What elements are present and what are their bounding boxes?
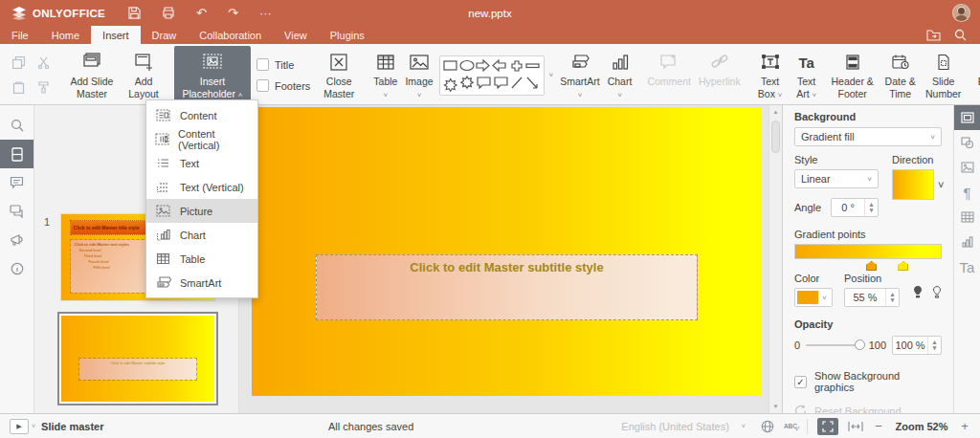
menu-item-smartart[interactable]: SmartArt xyxy=(146,271,257,295)
close-master-button[interactable]: Close Master xyxy=(316,46,362,104)
footers-checkbox-box[interactable] xyxy=(256,79,269,92)
title-checkbox-box[interactable] xyxy=(256,58,269,71)
search-icon[interactable] xyxy=(954,29,967,41)
show-background-graphics-checkbox[interactable]: ✓ Show Background graphics xyxy=(794,370,942,393)
add-layout-button[interactable]: Add Layout xyxy=(121,46,167,104)
print-icon[interactable] xyxy=(162,7,175,19)
caret-down-icon[interactable]: ˅ xyxy=(938,179,944,190)
opacity-slider-handle[interactable] xyxy=(855,339,865,350)
status-bar: ▶ ˅ Slide master All changes saved Engli… xyxy=(0,413,980,438)
menu-item-content[interactable]: Content xyxy=(146,103,257,127)
textart-settings-icon[interactable]: Ta xyxy=(954,254,980,279)
tab-insert[interactable]: Insert xyxy=(91,26,141,44)
zoom-in-button[interactable]: + xyxy=(959,419,970,433)
footers-checkbox[interactable]: Footers xyxy=(256,79,310,92)
tab-view[interactable]: View xyxy=(273,26,319,44)
format-painter-icon[interactable] xyxy=(34,79,52,97)
sidebar-comments-icon[interactable] xyxy=(0,168,33,197)
insert-placeholder-icon xyxy=(202,51,223,74)
position-spinner[interactable]: 55 % ▴▾ xyxy=(844,288,900,307)
subtitle-placeholder[interactable]: Click to edit Master subtitle style xyxy=(316,254,699,320)
menu-item-table[interactable]: Table xyxy=(146,247,257,271)
checkbox-checked[interactable]: ✓ xyxy=(794,376,807,388)
tab-plugins[interactable]: Plugins xyxy=(319,26,376,44)
copy-icon[interactable] xyxy=(10,55,27,72)
menu-item-chart[interactable]: Chart xyxy=(146,223,257,247)
add-slide-master-button[interactable]: Add Slide Master xyxy=(63,46,121,104)
tab-draw[interactable]: Draw xyxy=(141,26,189,44)
gradient-direction-preview[interactable] xyxy=(892,169,934,200)
gradient-stop-orange[interactable] xyxy=(866,261,877,271)
thumbnail-layout-selected[interactable]: Click to edit Master subtitle style xyxy=(57,312,218,405)
menu-item-text[interactable]: Text xyxy=(146,151,257,175)
slide-number-button[interactable]: Slide Number xyxy=(921,46,967,104)
set-language-globe-icon[interactable] xyxy=(761,420,774,433)
header-footer-button[interactable]: Header & Footer xyxy=(825,46,880,104)
opacity-slider[interactable] xyxy=(806,344,863,346)
shapes-more-icon[interactable]: ˅ xyxy=(546,71,557,79)
smartart-button[interactable]: SmartArt ˅ xyxy=(556,46,603,104)
angle-label: Angle xyxy=(794,202,821,213)
fit-to-slide-button[interactable] xyxy=(817,418,838,435)
tab-file[interactable]: File xyxy=(0,26,40,44)
slideshow-options-icon[interactable]: ˅ xyxy=(32,423,35,429)
image-button[interactable]: Image ˅ xyxy=(401,46,436,104)
menu-item-picture[interactable]: Picture xyxy=(146,199,257,223)
sidebar-search-icon[interactable] xyxy=(0,111,33,140)
sidebar-about-icon[interactable] xyxy=(0,254,33,283)
spellcheck-icon[interactable]: ABC✓ xyxy=(784,423,797,429)
start-slideshow-button[interactable]: ▶ xyxy=(10,419,29,434)
shape-settings-icon[interactable] xyxy=(954,130,980,155)
fill-type-select[interactable]: Gradient fill ˅ xyxy=(794,127,942,146)
tab-home[interactable]: Home xyxy=(40,26,91,44)
menu-item-text-vertical[interactable]: Text (Vertical) xyxy=(146,175,257,199)
sidebar-slides-panel-icon[interactable] xyxy=(0,140,33,168)
scroll-up-icon[interactable]: ▲ xyxy=(769,105,782,119)
text-art-button[interactable]: Ta Text Art ˅ xyxy=(789,46,825,104)
date-time-button[interactable]: Date & Time xyxy=(880,46,921,104)
slide-settings-icon[interactable] xyxy=(954,105,980,130)
remove-gradient-point-icon[interactable] xyxy=(932,286,942,298)
zoom-out-button[interactable]: − xyxy=(873,419,884,433)
slide-number-icon xyxy=(936,51,951,74)
tab-collaboration[interactable]: Collaboration xyxy=(188,26,273,44)
menu-item-content-vertical[interactable]: Content (Vertical) xyxy=(146,127,257,151)
table-button[interactable]: Table ˅ xyxy=(369,46,401,104)
redo-icon[interactable]: ↷ xyxy=(228,7,238,19)
content-vertical-icon xyxy=(155,133,169,145)
table-settings-icon[interactable] xyxy=(954,205,980,230)
gradient-style-select[interactable]: Linear ˅ xyxy=(794,169,879,188)
opacity-max-label: 100 xyxy=(869,339,886,351)
cut-icon[interactable] xyxy=(34,55,52,72)
fit-to-width-button[interactable] xyxy=(848,421,863,432)
user-avatar[interactable] xyxy=(952,4,970,22)
undo-icon[interactable]: ↶ xyxy=(196,7,207,19)
slide-editing-area[interactable]: Click to edit Master subtitle style xyxy=(252,107,762,396)
chart-button[interactable]: Chart ˅ xyxy=(604,46,636,104)
scroll-down-icon[interactable]: ▼ xyxy=(769,400,782,413)
gradient-bar[interactable] xyxy=(794,244,942,259)
language-caret-icon[interactable]: ˅ xyxy=(742,423,746,429)
insert-placeholder-button[interactable]: Insert Placeholder ˄ xyxy=(174,46,251,104)
open-file-location-icon[interactable] xyxy=(926,30,941,41)
angle-spinner[interactable]: 0 ° ▴▾ xyxy=(831,198,879,217)
sidebar-feedback-icon[interactable] xyxy=(0,226,33,254)
gradient-stop-yellow[interactable] xyxy=(898,261,908,271)
opacity-spinner[interactable]: 100 % ▴▾ xyxy=(892,336,942,355)
shapes-gallery[interactable] xyxy=(439,55,545,96)
vertical-scrollbar[interactable]: ▲ ▼ xyxy=(768,105,782,413)
gradient-color-select[interactable]: ˅ xyxy=(794,288,833,307)
menu-tab-bar: File Home Insert Draw Collaboration View… xyxy=(0,26,980,44)
scrollbar-thumb[interactable] xyxy=(771,120,780,153)
add-gradient-point-icon[interactable] xyxy=(913,286,923,298)
chart-settings-icon[interactable] xyxy=(954,230,980,254)
paste-icon[interactable] xyxy=(10,79,27,97)
title-checkbox[interactable]: Title xyxy=(256,58,310,71)
save-icon[interactable] xyxy=(128,7,141,19)
equation-button[interactable]: √x Equation ˅ xyxy=(974,46,980,104)
paragraph-settings-icon[interactable]: ¶ xyxy=(954,180,980,205)
sidebar-chat-icon[interactable] xyxy=(0,197,33,226)
text-box-button[interactable]: Text Box ˅ xyxy=(752,46,789,104)
more-actions-icon[interactable]: ··· xyxy=(259,7,272,19)
image-settings-icon[interactable] xyxy=(954,155,980,180)
